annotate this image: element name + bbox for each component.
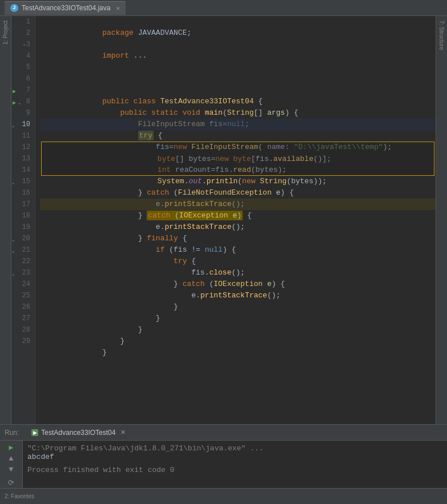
code-line-9: FileInputStream fis=null; [40,107,436,119]
line-19: 19 [11,221,35,233]
code-line-23: } catch (IOException e) { [40,267,436,279]
bottom-toolbar: 2: Favorites [0,488,447,504]
line-11: 11 [11,130,35,142]
line-8: ▶▸8 [11,96,35,107]
line-18: 18 [11,210,35,221]
editor-tab[interactable]: J TestAdvance33IOTest04.java ✕ [5,1,126,15]
code-line-15: } catch (FileNotFoundException e) { [40,176,436,187]
code-line-12: byte[] bytes=new byte[fis.available()]; [41,142,434,153]
project-panel-strip[interactable]: 1: Project [0,16,11,424]
run-tab-label: TestAdvance33IOTest04 [41,429,115,437]
code-line-8: public static void main(String[] args) { [40,96,436,107]
line-14: 14 [11,164,35,176]
code-line-16: e.printStackTrace(); [40,187,436,199]
run-stdout: abcdef [27,453,442,461]
line-24: 24 [11,279,35,290]
line-1: 1 [11,16,35,27]
line-numbers: 1 2 ▸3 4 5 6 ▶7 ▶▸8 9 ▸10 11 12 13 14 ▸1… [11,16,35,424]
line-29: 29 [11,336,35,347]
code-line-28: } [40,324,436,336]
main-area: 1: Project 1 2 ▸3 4 5 6 ▶7 ▶▸8 9 ▸10 11 … [0,16,447,424]
line-5: 5 [11,62,35,73]
line-7: ▶7 [11,84,35,96]
code-area: 1 2 ▸3 4 5 6 ▶7 ▶▸8 9 ▸10 11 12 13 14 ▸1… [11,16,436,424]
favorites-label-area: 2: Favorites [5,493,442,499]
line-28: 28 [11,324,35,336]
run-path: "C:\Program Files\Java\jdk1.8.0_271\bin\… [27,444,442,453]
tab-close-button[interactable]: ✕ [116,5,120,12]
line-23: ▸23 [11,267,35,279]
code-line-21: try { [40,244,436,256]
line-9: 9 [11,107,35,119]
line-20: ▸20 [11,233,35,244]
line-26: 26 [11,301,35,313]
code-line-26: } [40,301,436,313]
code-content[interactable]: package JAVAADVANCE; import ... public c… [35,16,436,424]
code-line-24: e.printStackTrace(); [40,279,436,290]
run-rerun-button[interactable]: ⟳ [8,478,14,487]
title-bar: J TestAdvance33IOTest04.java ✕ [0,0,447,16]
run-play-button[interactable]: ▶ [9,443,14,452]
code-line-1: package JAVAADVANCE; [40,16,436,27]
run-output: "C:\Program Files\Java\jdk1.8.0_271\bin\… [23,441,447,488]
code-line-19: } finally { [40,221,436,233]
code-line-29: } [40,336,436,347]
project-panel-label[interactable]: 1: Project [2,16,9,49]
code-line-2 [40,27,436,39]
code-line-6 [40,73,436,84]
run-exit-msg: Process finished with exit code 0 [27,466,442,474]
code-line-14: System.out.println(new String(bytes)); [41,164,434,176]
code-line-4 [40,50,436,62]
code-line-3: import ... [40,39,436,50]
code-line-7: public class TestAdvance33IOTest04 { [40,84,436,96]
structure-panel-label[interactable]: 7: Structure [438,16,445,55]
structure-panel-strip[interactable]: 7: Structure [436,16,447,424]
favorites-label[interactable]: 2: Favorites [5,493,34,499]
run-tab[interactable]: ▶ TestAdvance33IOTest04 ✕ [26,427,131,438]
line-13: 13 [11,153,35,164]
code-editor[interactable]: 1 2 ▸3 4 5 6 ▶7 ▶▸8 9 ▸10 11 12 13 14 ▸1… [11,16,436,424]
code-line-5 [40,62,436,73]
run-tab-icon: ▶ [31,429,38,436]
line-10: ▸10 [11,119,35,130]
run-label-text: Run: [5,429,19,437]
code-line-13: int reaCount=fis.read(bytes); [41,153,434,164]
line-27: 27 [11,313,35,324]
line-4: 4 [11,50,35,62]
line-16: 16 [11,187,35,199]
code-line-18: e.printStackTrace(); [40,210,436,221]
line-3: ▸3 [11,39,35,50]
code-line-25: } [40,290,436,301]
run-left-toolbar: ▶ ▲ ▼ ⟳ [0,441,23,488]
run-tab-close[interactable]: ✕ [120,429,126,436]
run-down-button[interactable]: ▼ [9,465,14,474]
line-6: 6 [11,73,35,84]
run-panel-tabs: Run: ▶ TestAdvance33IOTest04 ✕ [0,425,447,441]
line-25: 25 [11,290,35,301]
line-17: 17 [11,199,35,210]
code-line-22: fis.close(); [40,256,436,267]
code-line-11: fis=new FileInputStream( name: "D:\\java… [40,130,436,142]
line-22: 22 [11,256,35,267]
code-line-20: if (fis != null) { [40,233,436,244]
run-main: ▶ ▲ ▼ ⟳ "C:\Program Files\Java\jdk1.8.0_… [0,441,447,488]
run-up-button[interactable]: ▲ [9,454,14,463]
line-21: ▸21 [11,244,35,256]
code-line-27: } [40,313,436,324]
java-file-icon: J [10,4,18,12]
run-label: Run: [5,429,19,437]
line-2: 2 [11,27,35,39]
tab-label: TestAdvance33IOTest04.java [22,4,110,12]
line-15: ▸15 [11,176,35,187]
code-line-10: try { [40,119,436,130]
line-12: 12 [11,142,35,153]
code-line-17: } catch (IOException e) { [40,199,436,210]
run-panel: Run: ▶ TestAdvance33IOTest04 ✕ ▶ ▲ ▼ ⟳ "… [0,424,447,504]
